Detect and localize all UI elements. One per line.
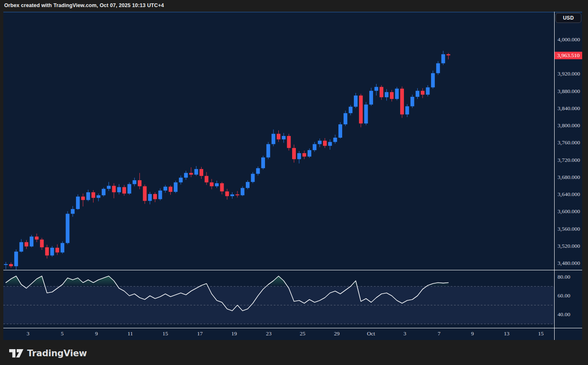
time-tick-label: 5 [61,330,64,337]
candle [40,238,44,250]
candle [287,134,291,151]
candle [359,94,363,127]
candle [308,149,311,158]
candle [86,190,90,201]
last-price-badge: 3,963.510 [555,52,582,59]
pane-separator[interactable] [3,270,582,270]
candle [153,192,157,202]
time-tick-label: 25 [300,330,305,337]
candle [112,183,116,198]
candle [133,178,136,186]
attribution-text: Orbex created with TradingView.com, Oct … [4,3,164,8]
candle [45,245,49,259]
candle [400,86,404,118]
candle [25,240,28,249]
rsi-indicator-pane[interactable] [3,270,554,328]
tradingview-brand-text: TradingView [27,348,87,358]
tradingview-snapshot: Orbex created with TradingView.com, Oct … [0,0,588,365]
candle [127,182,131,195]
candle [251,172,255,183]
candle [179,176,183,185]
rsi-tick-label: 40.00 [558,311,570,318]
candle [390,90,394,102]
candle [19,239,23,252]
candle [158,189,162,201]
price-tick-label: 3,840.000 [558,105,580,112]
candle [354,93,358,108]
time-tick-label: 19 [231,330,237,337]
candle [395,87,399,100]
price-tick-label: 3,520.000 [558,242,580,250]
candle [117,184,121,194]
time-tick-label: 13 [504,330,510,337]
candle [122,185,126,196]
candle [138,173,141,189]
candle [333,135,337,144]
candle [318,138,322,147]
time-tick-label: 9 [471,330,474,337]
candle [313,142,316,152]
price-tick-label: 3,560.000 [558,225,580,233]
candle [349,105,353,116]
candle [436,61,440,75]
price-tick-label: 3,800.000 [558,122,580,129]
candle [256,166,260,176]
time-tick-label: 3 [27,330,30,337]
candle [447,53,450,59]
candle [303,151,306,159]
main-price-pane[interactable] [3,12,554,270]
footer-bar: TradingView [0,340,588,365]
price-tick-label: 3,640.000 [558,191,580,198]
candle [81,194,85,206]
time-tick-label: 23 [266,330,272,337]
price-tick-label: 3,600.000 [558,208,580,215]
time-tick-label: 29 [334,330,340,337]
candle [364,102,368,125]
candle [169,185,172,195]
candle [174,181,177,193]
tradingview-logo-icon [9,348,23,359]
candle [416,88,419,99]
candle [56,244,59,255]
candle [164,185,167,193]
candle [235,191,239,197]
candle [194,166,198,176]
time-tick-label: 7 [438,330,441,337]
time-tick-label: 15 [538,330,544,337]
candle [246,180,250,189]
tradingview-logo[interactable]: TradingView [9,347,101,360]
candle [442,51,445,65]
candle [210,179,214,189]
candle [297,151,301,164]
candle [71,206,75,217]
candle [96,194,100,201]
candle [374,84,378,96]
candle [4,262,8,269]
rsi-tick-label: 80.00 [558,273,570,281]
candle [380,85,384,100]
candle [199,167,203,179]
candle [426,85,430,96]
time-tick-label: 9 [95,330,98,337]
time-tick-label: Oct [367,330,375,337]
price-tick-label: 3,480.000 [558,259,580,267]
candle [76,194,80,210]
price-tick-label: 3,680.000 [558,174,580,181]
candle [282,133,285,143]
candle [328,139,332,150]
time-tick-label: 11 [128,330,133,337]
candle [272,129,275,146]
candle [189,167,193,177]
currency-usd-button[interactable]: USD [555,13,581,23]
price-tick-label: 3,880.000 [558,88,580,95]
candle [230,192,234,199]
candle [148,192,152,204]
candle [292,145,296,163]
time-tick-label: 15 [162,330,168,337]
candle [369,88,373,106]
candle [50,246,54,257]
candle [215,181,219,188]
candle [66,211,69,244]
candle [107,182,111,191]
candle [431,70,435,88]
